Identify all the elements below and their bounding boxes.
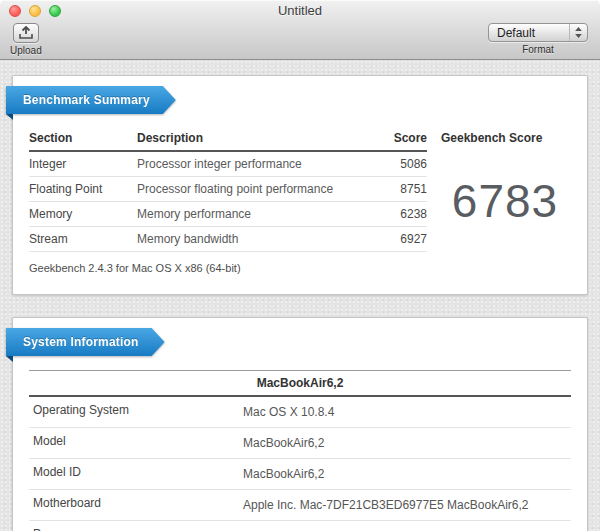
app-window: Untitled Upload Default <box>0 0 600 531</box>
row-value: Intel(R) Core(TM) i5-4250U CPU @ 1.30GHz… <box>243 527 571 531</box>
titlebar[interactable]: Untitled <box>0 0 600 22</box>
ribbon-fold <box>6 356 13 362</box>
table-row: Integer Processor integer performance 50… <box>29 152 427 177</box>
benchmark-summary-ribbon: Benchmark Summary <box>6 86 176 114</box>
row-value: Mac OS X 10.8.4 <box>243 403 571 421</box>
ribbon-banner: Benchmark Summary <box>6 86 176 114</box>
column-header-description: Description <box>137 131 357 145</box>
minimize-button[interactable] <box>29 5 41 17</box>
geekbench-score-value: 6783 <box>441 150 569 252</box>
table-row: Memory Memory performance 6238 <box>29 202 427 227</box>
window-title: Untitled <box>0 0 600 22</box>
upload-label: Upload <box>10 45 42 56</box>
row-description: Memory performance <box>137 207 357 221</box>
window-controls <box>9 5 61 17</box>
table-row: Model ID MacBookAir6,2 <box>29 459 571 490</box>
table-row: Motherboard Apple Inc. Mac-7DF21CB3ED697… <box>29 490 571 521</box>
system-information-card: System Information MacBookAir6,2 Operati… <box>12 317 588 531</box>
table-row: Operating System Mac OS X 10.8.4 <box>29 397 571 428</box>
row-label: Operating System <box>33 403 243 421</box>
benchmark-table-header: Section Description Score <box>29 128 427 152</box>
benchmark-table: Section Description Score Integer Proces… <box>29 128 427 252</box>
upload-icon <box>13 23 39 43</box>
ribbon-banner: System Information <box>6 328 165 356</box>
table-row: Model MacBookAir6,2 <box>29 428 571 459</box>
row-section: Integer <box>29 157 137 171</box>
row-score: 6927 <box>357 232 427 246</box>
row-score: 5086 <box>357 157 427 171</box>
row-description: Processor integer performance <box>137 157 357 171</box>
zoom-button[interactable] <box>49 5 61 17</box>
format-control: Default Format <box>488 23 588 55</box>
format-dropdown[interactable]: Default <box>488 23 588 42</box>
geekbench-version-footer: Geekbench 2.4.3 for Mac OS X x86 (64-bit… <box>29 252 569 274</box>
format-dropdown-value: Default <box>497 26 535 40</box>
row-section: Memory <box>29 207 137 221</box>
row-score: 8751 <box>357 182 427 196</box>
row-label: Motherboard <box>33 496 243 514</box>
table-row: Floating Point Processor floating point … <box>29 177 427 202</box>
column-header-geekbench-score: Geekbench Score <box>441 128 569 150</box>
table-row: Processor Intel(R) Core(TM) i5-4250U CPU… <box>29 521 571 531</box>
row-description: Memory bandwidth <box>137 232 357 246</box>
row-value: MacBookAir6,2 <box>243 434 571 452</box>
upload-button[interactable]: Upload <box>10 23 42 56</box>
ribbon-fold <box>6 114 13 120</box>
column-header-section: Section <box>29 131 137 145</box>
row-label: Processor <box>33 527 243 531</box>
column-header-score: Score <box>357 131 427 145</box>
row-value: Apple Inc. Mac-7DF21CB3ED6977E5 MacBookA… <box>243 496 571 514</box>
toolbar: Upload Default Format <box>0 22 600 60</box>
row-value: MacBookAir6,2 <box>243 465 571 483</box>
window-chrome: Untitled Upload Default <box>0 0 600 60</box>
format-label: Format <box>522 44 554 55</box>
table-row: Stream Memory bandwidth 6927 <box>29 227 427 252</box>
row-label: Model ID <box>33 465 243 483</box>
system-table-header: MacBookAir6,2 <box>29 370 571 397</box>
content-area: Benchmark Summary Section Description Sc… <box>0 60 600 531</box>
row-label: Model <box>33 434 243 452</box>
row-value-line1: Intel(R) Core(TM) i5-4250U CPU @ 1.30GHz… <box>243 527 571 531</box>
benchmark-summary-card: Benchmark Summary Section Description Sc… <box>12 75 588 295</box>
system-information-ribbon: System Information <box>6 328 165 356</box>
row-description: Processor floating point performance <box>137 182 357 196</box>
dropdown-arrows-icon <box>569 24 587 41</box>
row-section: Stream <box>29 232 137 246</box>
close-button[interactable] <box>9 5 21 17</box>
row-score: 6238 <box>357 207 427 221</box>
row-section: Floating Point <box>29 182 137 196</box>
geekbench-score-panel: Geekbench Score 6783 <box>427 128 569 252</box>
